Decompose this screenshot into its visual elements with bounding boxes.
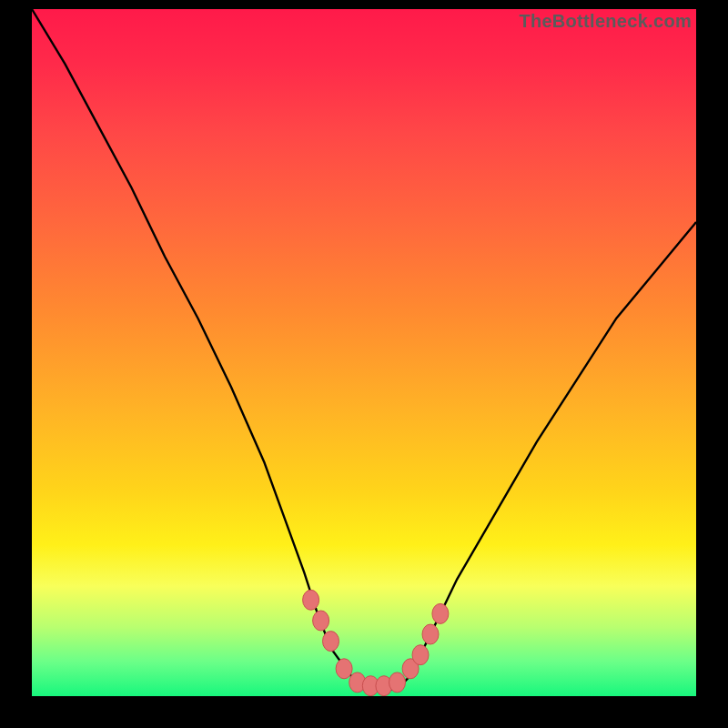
- marker-point: [412, 645, 429, 665]
- marker-point: [336, 659, 352, 679]
- marker-point: [313, 611, 329, 631]
- marker-point: [389, 672, 406, 693]
- chart-plot-area: [32, 9, 696, 696]
- marker-point: [303, 590, 319, 610]
- attribution-label: TheBottleneck.com: [519, 11, 692, 32]
- marker-point: [432, 603, 449, 623]
- curve-svg: [32, 9, 696, 696]
- chart-frame: TheBottleneck.com: [0, 0, 728, 728]
- marker-point: [422, 624, 439, 644]
- highlight-markers: [303, 590, 449, 695]
- marker-point: [323, 632, 339, 652]
- curve-group: [32, 9, 696, 690]
- bottleneck-curve: [32, 9, 696, 690]
